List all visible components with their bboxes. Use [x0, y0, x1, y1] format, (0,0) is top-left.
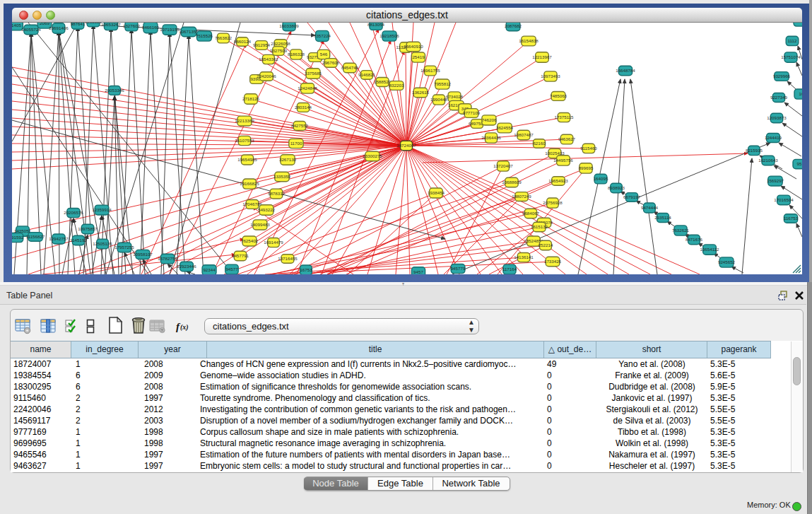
- svg-text:13716455: 13716455: [278, 256, 298, 261]
- svg-text:92344: 92344: [203, 267, 216, 272]
- svg-text:746206: 746206: [482, 117, 497, 122]
- svg-text:164095: 164095: [594, 176, 608, 181]
- svg-text:9457: 9457: [413, 269, 423, 274]
- svg-text:117164: 117164: [502, 267, 517, 271]
- svg-text:5493222: 5493222: [258, 207, 276, 212]
- svg-text:16961755: 16961755: [420, 68, 440, 73]
- svg-text:8466160: 8466160: [142, 25, 160, 30]
- svg-text:2935114: 2935114: [654, 215, 671, 220]
- svg-text:9327509: 9327509: [270, 48, 288, 53]
- svg-text:7632621: 7632621: [672, 228, 690, 233]
- svg-text:6734028: 6734028: [446, 94, 464, 99]
- svg-text:13720407: 13720407: [493, 163, 513, 168]
- svg-text:16753: 16753: [300, 267, 312, 272]
- svg-text:10975857: 10975857: [78, 226, 98, 231]
- svg-text:12359914: 12359914: [92, 207, 112, 212]
- svg-text:12923446: 12923446: [177, 264, 196, 269]
- svg-text:1112: 1112: [788, 38, 797, 43]
- svg-text:16154838: 16154838: [519, 38, 539, 43]
- svg-text:20756928: 20756928: [543, 200, 563, 205]
- svg-text:83: 83: [799, 23, 802, 23]
- svg-text:16543362: 16543362: [259, 57, 278, 62]
- svg-text:899695: 899695: [579, 165, 594, 170]
- svg-text:23300275: 23300275: [363, 153, 382, 158]
- svg-text:9227349: 9227349: [770, 95, 788, 100]
- svg-text:17046786: 17046786: [242, 201, 262, 206]
- svg-text:10654112: 10654112: [700, 247, 719, 252]
- svg-text:391592: 391592: [12, 235, 24, 240]
- svg-text:20691406: 20691406: [49, 25, 69, 30]
- svg-text:16782759: 16782759: [158, 256, 177, 261]
- svg-text:62160: 62160: [533, 141, 546, 146]
- svg-text:16648784: 16648784: [616, 68, 635, 73]
- svg-text:12093873: 12093873: [767, 115, 787, 120]
- svg-text:12942757: 12942757: [49, 236, 69, 241]
- svg-text:11700: 11700: [290, 141, 302, 146]
- svg-text:14136141: 14136141: [514, 255, 534, 259]
- svg-text:7485063: 7485063: [550, 93, 567, 98]
- svg-text:7357224: 7357224: [314, 33, 331, 38]
- svg-text:1733426: 1733426: [544, 259, 562, 264]
- svg-text:1569297: 1569297: [767, 178, 784, 183]
- svg-text:10653267: 10653267: [101, 23, 121, 27]
- svg-text:18807249: 18807249: [512, 194, 531, 199]
- svg-text:1405: 1405: [12, 23, 21, 28]
- svg-text:12505135: 12505135: [93, 241, 112, 246]
- svg-text:1990448: 1990448: [430, 97, 448, 102]
- svg-text:20364436: 20364436: [481, 135, 501, 140]
- svg-text:10807487: 10807487: [514, 132, 534, 137]
- svg-text:9329966: 9329966: [773, 74, 791, 78]
- svg-text:14099483: 14099483: [250, 222, 270, 227]
- svg-text:12424848: 12424848: [298, 86, 317, 90]
- svg-text:1335359: 1335359: [273, 174, 291, 179]
- svg-text:2967608: 2967608: [322, 60, 340, 65]
- svg-text:20206576: 20206576: [64, 210, 83, 215]
- svg-text:18724007: 18724007: [396, 143, 416, 148]
- svg-text:9463627: 9463627: [558, 136, 576, 141]
- svg-text:10973493: 10973493: [541, 74, 560, 78]
- svg-text:9457791: 9457791: [232, 253, 249, 258]
- svg-text:1615132: 1615132: [531, 224, 548, 229]
- svg-text:2718126: 2718126: [242, 96, 260, 101]
- svg-text:10688609: 10688609: [502, 180, 522, 185]
- svg-text:19218506: 19218506: [379, 33, 399, 38]
- svg-text:546: 546: [320, 52, 328, 57]
- svg-text:1145192: 1145192: [70, 238, 87, 243]
- svg-text:12213967: 12213967: [532, 54, 552, 59]
- svg-text:987641: 987641: [71, 23, 86, 26]
- svg-text:9474444: 9474444: [641, 205, 659, 210]
- svg-text:10025433: 10025433: [545, 151, 565, 156]
- svg-text:8813054: 8813054: [367, 23, 385, 27]
- svg-text:14495756: 14495756: [553, 158, 573, 163]
- svg-text:8427552: 8427552: [291, 123, 309, 128]
- svg-text:15751074: 15751074: [781, 54, 801, 59]
- svg-text:9245652: 9245652: [718, 259, 736, 264]
- svg-text:1065321: 1065321: [85, 23, 102, 24]
- svg-text:1327602: 1327602: [123, 23, 141, 28]
- svg-text:16640910: 16640910: [404, 44, 423, 49]
- svg-text:5878312: 5878312: [268, 191, 286, 196]
- svg-text:9777109: 9777109: [463, 110, 481, 115]
- svg-text:16033809: 16033809: [279, 23, 299, 28]
- svg-text:9115460: 9115460: [580, 146, 597, 151]
- svg-text:9912954: 9912954: [253, 42, 271, 47]
- svg-text:9684067: 9684067: [522, 211, 540, 216]
- svg-text:8660124: 8660124: [234, 39, 252, 44]
- svg-text:8471676: 8471676: [686, 237, 703, 242]
- svg-text:(x): (x): [180, 323, 189, 332]
- svg-text:7625402: 7625402: [241, 238, 259, 243]
- svg-text:19166825: 19166825: [240, 181, 259, 186]
- svg-text:19654985: 19654985: [237, 157, 257, 162]
- svg-text:10719155: 10719155: [160, 27, 180, 32]
- svg-text:7515526: 7515526: [196, 33, 213, 38]
- svg-text:95: 95: [797, 161, 802, 166]
- svg-text:10958107: 10958107: [133, 252, 153, 257]
- svg-text:7955812: 7955812: [434, 81, 452, 86]
- svg-text:9146821: 9146821: [358, 72, 376, 77]
- svg-text:22420046: 22420046: [257, 74, 276, 78]
- svg-text:832203: 832203: [389, 83, 404, 88]
- svg-text:8215935: 8215935: [746, 148, 763, 153]
- svg-text:3267130: 3267130: [279, 157, 297, 162]
- svg-text:16: 16: [799, 91, 802, 96]
- svg-text:2803144: 2803144: [295, 105, 312, 110]
